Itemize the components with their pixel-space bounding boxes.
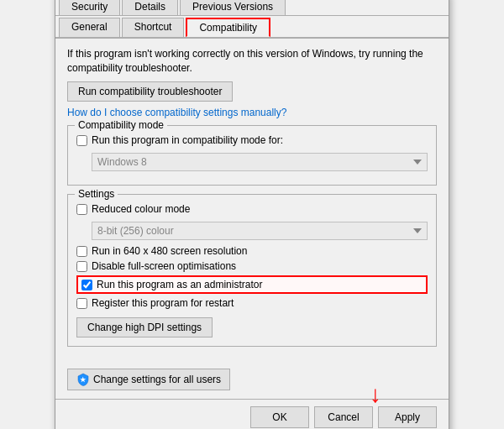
properties-dialog: Security Details Previous Versions Gener… [55,0,449,429]
compat-mode-checkbox-label: Run this program in compatibility mode f… [92,134,283,146]
change-dpi-button[interactable]: Change high DPI settings [76,317,213,337]
register-restart-row: Register this program for restart [76,297,428,309]
disable-fullscreen-checkbox[interactable] [76,261,87,272]
cancel-button[interactable]: Cancel [314,406,373,428]
reduced-colour-checkbox[interactable] [76,204,87,215]
svg-text:★: ★ [80,376,87,384]
change-all-button[interactable]: ★ Change settings for all users [67,369,230,390]
admin-row: Run this program as an administrator [76,275,428,294]
compat-mode-checkbox-row: Run this program in compatibility mode f… [76,134,428,146]
register-restart-label: Register this program for restart [92,297,234,309]
register-restart-checkbox[interactable] [76,298,87,309]
compat-mode-dropdown[interactable]: Windows 8 [92,153,428,171]
ok-button[interactable]: OK [250,406,309,428]
red-arrow: ↓ [370,383,381,406]
troubleshooter-button[interactable]: Run compatibility troubleshooter [67,81,233,102]
tab-details[interactable]: Details [122,0,178,15]
disable-fullscreen-label: Disable full-screen optimisations [92,260,236,272]
compatibility-mode-content: Run this program in compatibility mode f… [76,134,428,176]
reduced-colour-label: Reduced colour mode [92,203,190,215]
bottom-section: ★ Change settings for all users [55,364,449,399]
tab-row-top: Security Details Previous Versions [55,0,449,16]
tab-security[interactable]: Security [59,0,120,15]
settings-content: Reduced colour mode 8-bit (256) colour R… [76,203,428,337]
tab-general[interactable]: General [59,18,120,37]
tab-compatibility[interactable]: Compatibility [186,18,270,37]
action-buttons: ↓ OK Cancel Apply [55,399,449,429]
tab-row-bottom: General Shortcut Compatibility [55,16,449,39]
admin-checkbox[interactable] [81,280,92,290]
info-text: If this program isn't working correctly … [67,47,437,76]
reduced-colour-row: Reduced colour mode [76,203,428,215]
compatibility-mode-label: Compatibility mode [75,119,167,131]
settings-group: Settings Reduced colour mode 8-bit (256)… [67,194,437,347]
compat-mode-checkbox[interactable] [76,135,87,146]
resolution-checkbox[interactable] [76,246,87,257]
colour-dropdown[interactable]: 8-bit (256) colour [92,222,428,240]
admin-label: Run this program as an administrator [97,279,262,290]
resolution-row: Run in 640 x 480 screen resolution [76,245,428,257]
tab-shortcut[interactable]: Shortcut [122,18,185,37]
resolution-label: Run in 640 x 480 screen resolution [92,245,247,257]
disable-fullscreen-row: Disable full-screen optimisations [76,260,428,272]
compatibility-mode-group: Compatibility mode Run this program in c… [67,125,437,186]
apply-button[interactable]: Apply [378,406,437,428]
tab-content: If this program isn't working correctly … [55,39,449,364]
help-link[interactable]: How do I choose compatibility settings m… [67,107,437,118]
tab-previous-versions[interactable]: Previous Versions [180,0,286,15]
shield-icon: ★ [76,373,90,386]
change-all-label: Change settings for all users [93,374,221,385]
settings-group-label: Settings [75,188,118,200]
